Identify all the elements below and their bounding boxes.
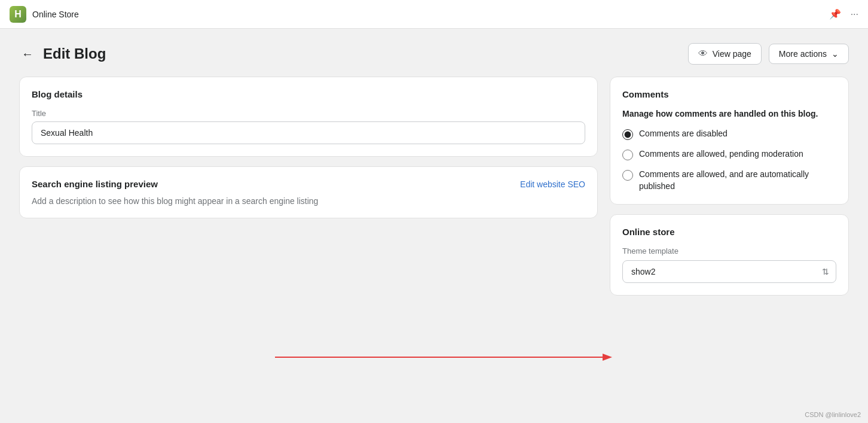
comment-radio-pending[interactable]	[622, 150, 633, 160]
watermark: CSDN @linlinlove2	[805, 411, 861, 418]
comments-subtitle: Manage how comments are handled on this …	[622, 109, 836, 118]
theme-label: Theme template	[622, 247, 836, 255]
comments-title: Comments	[622, 89, 836, 99]
theme-select[interactable]: show2 blog default	[622, 260, 836, 283]
comments-card: Comments Manage how comments are handled…	[610, 77, 849, 205]
page-header-left: ← Edit Blog	[19, 45, 106, 63]
comments-radio-group: Comments are disabled Comments are allow…	[622, 128, 836, 192]
blog-title-input[interactable]	[32, 121, 585, 144]
online-store-card: Online store Theme template show2 blog d…	[610, 214, 849, 296]
theme-select-wrapper: show2 blog default ⇅	[622, 260, 836, 283]
view-page-button[interactable]: 👁 View page	[688, 43, 762, 65]
page-header-right: 👁 View page More actions ⌄	[688, 43, 849, 65]
view-page-label: View page	[713, 49, 751, 59]
more-actions-button[interactable]: More actions ⌄	[769, 44, 849, 64]
eye-icon: 👁	[698, 48, 708, 59]
page-header: ← Edit Blog 👁 View page More actions ⌄	[0, 29, 868, 77]
seo-title: Search engine listing preview	[32, 179, 158, 189]
store-name: Online Store	[32, 10, 79, 19]
chevron-down-icon: ⌄	[832, 49, 839, 59]
seo-card: Search engine listing preview Edit websi…	[19, 166, 598, 218]
shopify-logo-icon: H	[10, 6, 26, 23]
right-column: Comments Manage how comments are handled…	[610, 77, 849, 296]
online-store-title: Online store	[622, 227, 836, 237]
comment-label-auto: Comments are allowed, and are automatica…	[639, 169, 836, 192]
main-content: Blog details Title Search engine listing…	[0, 77, 868, 296]
comment-option-auto[interactable]: Comments are allowed, and are automatica…	[622, 169, 836, 192]
title-label: Title	[32, 109, 585, 118]
blog-details-card: Blog details Title	[19, 77, 598, 157]
pin-icon[interactable]: 📌	[829, 8, 841, 20]
more-actions-label: More actions	[779, 49, 827, 59]
annotation-arrow	[275, 339, 622, 375]
comment-radio-disabled[interactable]	[622, 129, 633, 140]
comment-label-disabled: Comments are disabled	[639, 128, 728, 140]
comment-radio-auto[interactable]	[622, 170, 633, 181]
comment-option-pending[interactable]: Comments are allowed, pending moderation	[622, 148, 836, 160]
seo-description: Add a description to see how this blog m…	[32, 196, 585, 206]
topbar-right: 📌 ···	[829, 8, 858, 20]
back-button[interactable]: ←	[19, 45, 36, 63]
blog-details-title: Blog details	[32, 89, 585, 99]
more-options-icon[interactable]: ···	[851, 9, 858, 20]
comment-option-disabled[interactable]: Comments are disabled	[622, 128, 836, 140]
comment-label-pending: Comments are allowed, pending moderation	[639, 148, 803, 160]
seo-header: Search engine listing preview Edit websi…	[32, 179, 585, 189]
left-column: Blog details Title Search engine listing…	[19, 77, 598, 296]
topbar: H Online Store 📌 ···	[0, 0, 868, 29]
page-title: Edit Blog	[43, 45, 106, 62]
topbar-left: H Online Store	[10, 6, 79, 23]
edit-seo-link[interactable]: Edit website SEO	[520, 179, 585, 189]
